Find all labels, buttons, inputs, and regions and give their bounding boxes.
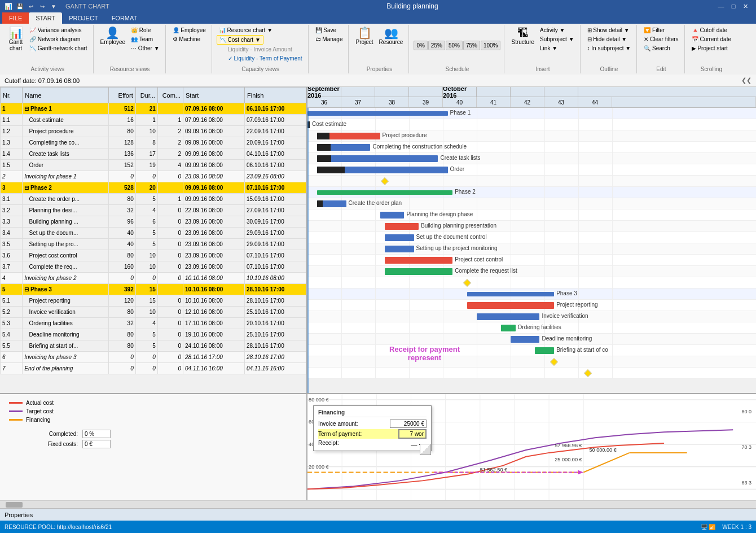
table-row[interactable]: 3 ⊟ Phase 2 528 20 09.09.16 08:00 07.10.… [1,182,306,194]
nav-left[interactable]: ❮❮ [741,77,751,84]
gantt-bar[interactable] [317,133,380,139]
liquidity-term-btn[interactable]: ✓ Liquidity - Term of Payment [226,54,305,63]
show-detail-btn[interactable]: ⊞ Show detail ▼ [585,26,634,34]
gantt-bar[interactable] [317,200,346,207]
gantt-bar[interactable] [501,325,516,331]
tab-file[interactable]: FILE [2,12,29,24]
table-row[interactable]: 5.4 Deadline monitoring 80 5 0 19.10.16 … [1,329,306,340]
gantt-bar[interactable] [467,292,554,296]
current-date-btn[interactable]: 📅 Current date [689,35,733,43]
completed-input[interactable] [82,430,111,438]
hide-detail-btn[interactable]: ⊟ Hide detail ▼ [585,35,634,43]
gantt-bar[interactable] [307,121,310,128]
table-row[interactable]: 1.2 Project procedure 80 10 2 09.09.16 0… [1,126,306,137]
table-row[interactable]: 3.5 Setting up the pro... 40 5 0 23.09.1… [1,239,306,250]
table-row[interactable]: 1 ⊟ Phase 1 512 21 07.09.16 08:00 06.10.… [1,103,306,115]
table-row[interactable]: 1.5 Order 152 19 4 09.09.16 08:00 06.10.… [1,160,306,171]
fixed-costs-input[interactable] [82,440,111,448]
undo-qa[interactable]: ↩ [26,1,36,11]
resource-chart-btn[interactable]: 📊 Resource chart ▼ [217,26,275,34]
milestone-diamond[interactable] [463,279,471,287]
table-row[interactable]: 1.3 Completing the co... 128 8 2 09.09.1… [1,137,306,148]
project-start-btn[interactable]: ▶ Project start [689,44,733,53]
network-diagram-btn[interactable]: 🔗 Network diagram [27,35,90,43]
table-row[interactable]: 3.7 Complete the req... 160 10 0 23.09.1… [1,261,306,273]
pct50-btn[interactable]: 50% [446,41,463,50]
term-of-payment-input[interactable] [398,429,427,439]
project-btn[interactable]: 📋 Project [353,26,375,46]
gantt-chart-btn[interactable]: 📊 Ganttchart [6,26,26,53]
table-row[interactable]: 5 ⊟ Phase 3 392 15 10.10.16 08:00 28.10.… [1,284,306,295]
gantt-network-btn[interactable]: 📉 Gantt-network chart [27,44,90,53]
table-row[interactable]: 5.1 Project reporting 120 15 0 10.10.16 … [1,295,306,307]
cutoff-date-btn[interactable]: 🔺 Cutoff date [689,26,733,34]
gantt-bar[interactable] [317,144,370,151]
gantt-bar[interactable] [511,336,539,343]
maximize-btn[interactable]: □ [728,2,739,11]
activity-btn[interactable]: Activity ▼ [538,26,576,34]
table-row[interactable]: 5.5 Briefing at start of... 80 5 0 24.10… [1,340,306,352]
link-btn[interactable]: Link ▼ [538,44,576,53]
role-btn[interactable]: 👑 Role [129,26,161,34]
save-btn[interactable]: 💾 Save [313,26,345,34]
scroll-thumb[interactable] [6,502,23,508]
gantt-bar[interactable] [385,257,452,264]
employee2-btn[interactable]: 👤 Employee [170,26,208,34]
table-row[interactable]: 7 End of the planning 0 0 0 04.11.16 16:… [1,363,306,374]
table-row[interactable]: 1.4 Create task lists 136 17 2 09.09.16 … [1,148,306,160]
resource-btn[interactable]: 👥 Resource [377,26,406,46]
search-btn[interactable]: 🔍 Search [641,44,680,53]
cost-chart-btn[interactable]: 📉 Cost chart ▼ [217,35,263,45]
clear-filters-btn[interactable]: ✕ Clear filters [641,35,680,43]
gantt-bar[interactable] [385,234,414,241]
filter-btn[interactable]: 🔽 Filter [641,26,680,34]
gantt-bar[interactable] [385,223,419,230]
tab-start[interactable]: START [29,12,62,24]
horizontal-scrollbar[interactable] [0,500,756,508]
tab-format[interactable]: FORMAT [105,12,144,24]
pct0-btn[interactable]: 0% [414,41,427,50]
minimize-btn[interactable]: — [715,2,727,11]
pct25-btn[interactable]: 25% [428,41,445,50]
qa-dropdown[interactable]: ▼ [49,1,59,11]
team-btn[interactable]: 👥 Team [129,35,161,43]
gantt-bar[interactable] [385,268,452,275]
table-row[interactable]: 5.3 Ordering facilities 32 4 0 17.10.16 … [1,318,306,329]
table-row[interactable]: 6 Invoicing for phase 3 0 0 0 28.10.16 1… [1,352,306,363]
table-row[interactable]: 4 Invoicing for phase 2 0 0 0 10.10.16 0… [1,273,306,284]
table-row[interactable]: 3.1 Create the order p... 80 5 1 09.09.1… [1,194,306,205]
table-row[interactable]: 5.2 Invoice verification 80 10 0 12.10.1… [1,307,306,318]
table-row[interactable]: 3.4 Set up the docum... 40 5 0 23.09.16 … [1,228,306,239]
liquidity-invoice-btn[interactable]: Liquidity - Invoice Amount [226,45,305,54]
gantt-bar[interactable] [307,111,448,116]
table-row[interactable]: 3.3 Building planning ... 96 6 0 23.09.1… [1,216,306,228]
milestone-diamond[interactable] [381,177,389,185]
gantt-bar[interactable] [317,167,447,173]
tab-project[interactable]: PROJECT [62,12,104,24]
gantt-bar[interactable] [380,212,405,219]
gantt-bar[interactable] [535,347,554,354]
in-subproject-btn[interactable]: ↕ In subproject ▼ [585,44,634,53]
table-row[interactable]: 3.6 Project cost control 80 10 0 23.09.1… [1,250,306,261]
save-qa[interactable]: 💾 [15,1,25,11]
structure-btn[interactable]: 🏗 Structure [509,26,537,46]
manage-btn[interactable]: 🗂 Manage [313,35,345,43]
table-row[interactable]: 2 Invoicing for phase 1 0 0 0 23.09.16 0… [1,171,306,182]
other-btn[interactable]: ⋯ Other ▼ [129,44,161,53]
machine-btn[interactable]: ⚙ Machine [170,35,208,43]
pct75-btn[interactable]: 75% [463,41,480,50]
redo-qa[interactable]: ↪ [37,1,47,11]
table-row[interactable]: 3.2 Planning the desi... 32 4 0 22.09.16… [1,205,306,216]
gantt-bar[interactable] [317,190,452,195]
gantt-bar[interactable] [467,302,554,309]
close-btn[interactable]: ✕ [740,2,751,11]
table-row[interactable]: 1.1 Cost estimate 16 1 1 07.09.16 08:00 … [1,115,306,126]
gantt-bar[interactable] [385,246,414,252]
variance-analysis-btn[interactable]: 📈 Variance analysis [27,26,90,34]
gantt-bar[interactable] [477,313,539,320]
milestone-diamond[interactable] [550,358,558,366]
subproject-btn[interactable]: Subproject ▼ [538,35,576,43]
milestone-diamond[interactable] [584,369,592,377]
pct100-btn[interactable]: 100% [481,41,501,50]
invoice-amount-input[interactable] [390,420,427,428]
